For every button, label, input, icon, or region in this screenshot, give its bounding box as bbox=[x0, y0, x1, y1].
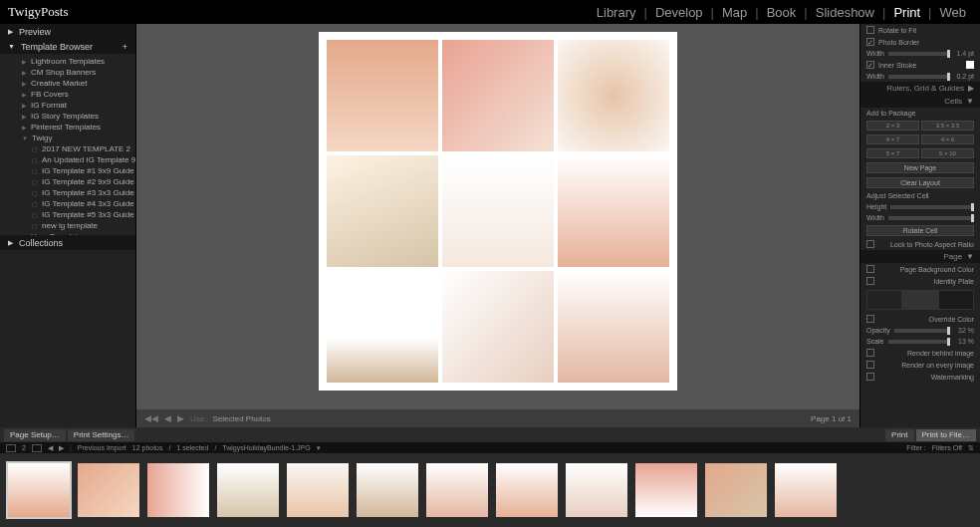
tab-map[interactable]: Map bbox=[716, 5, 753, 20]
lock-ratio-row[interactable]: Lock to Photo Aspect Ratio bbox=[860, 238, 980, 250]
checkbox-icon[interactable] bbox=[866, 315, 874, 323]
tree-ig-template-2[interactable]: ▢IG Template #2 9x9 Guide bbox=[0, 176, 135, 187]
tree-creative-market[interactable]: ▶Creative Market bbox=[0, 78, 135, 89]
tree-new-ig-template[interactable]: ▢new ig template bbox=[0, 220, 135, 231]
layout-cell[interactable] bbox=[327, 40, 438, 151]
checkbox-icon[interactable] bbox=[866, 240, 874, 248]
inner-stroke-row[interactable]: ✓Inner Stroke bbox=[860, 59, 980, 71]
stroke-color-swatch[interactable] bbox=[966, 61, 974, 69]
layout-cell[interactable] bbox=[558, 155, 669, 267]
page-setup-button[interactable]: Page Setup… bbox=[4, 429, 66, 441]
tree-ig-story[interactable]: ▶IG Story Templates bbox=[0, 111, 135, 122]
thumbnail[interactable] bbox=[426, 463, 488, 517]
border-width-slider[interactable] bbox=[888, 52, 950, 56]
new-page-button[interactable]: New Page bbox=[866, 162, 974, 173]
next-page-icon[interactable]: ▶ bbox=[177, 413, 184, 423]
height-slider[interactable] bbox=[890, 205, 974, 209]
page-section-header[interactable]: Page▼ bbox=[860, 250, 980, 263]
scale-slider[interactable] bbox=[888, 340, 950, 344]
tree-ig-template-4[interactable]: ▢IG Template #4 3x3 Guide bbox=[0, 198, 135, 209]
tree-fb-covers[interactable]: ▶FB Covers bbox=[0, 89, 135, 100]
size-button[interactable]: 3.5 × 3.5 bbox=[921, 121, 974, 131]
size-button[interactable]: 4 × 6 bbox=[921, 134, 974, 144]
size-button[interactable]: 5 × 10 bbox=[921, 148, 974, 158]
page-bg-row[interactable]: Page Background Color bbox=[860, 263, 980, 275]
checkbox-icon[interactable] bbox=[866, 277, 874, 285]
thumbnail[interactable] bbox=[217, 463, 279, 517]
layout-cell[interactable] bbox=[442, 40, 554, 151]
border-width-value[interactable]: 1.4 pt bbox=[954, 50, 974, 57]
filters-status[interactable]: Filters Off bbox=[932, 444, 962, 451]
thumbnail[interactable] bbox=[566, 463, 627, 517]
tree-2017-template[interactable]: ▢2017 NEW TEMPLATE 2 bbox=[0, 143, 135, 154]
override-color-row[interactable]: Override Color bbox=[860, 313, 980, 325]
thumbnail[interactable] bbox=[287, 463, 349, 517]
tree-ig-template-5[interactable]: ▢IG Template #5 3x3 Guide bbox=[0, 209, 135, 220]
print-to-file-button[interactable]: Print to File… bbox=[916, 429, 976, 441]
preview-panel-header[interactable]: ▶ Preview bbox=[0, 24, 135, 39]
tab-web[interactable]: Web bbox=[934, 5, 973, 20]
tree-ig-template-1[interactable]: ▢IG Template #1 9x9 Guide bbox=[0, 165, 135, 176]
canvas-area[interactable] bbox=[136, 24, 859, 409]
identity-plate-row[interactable]: Identity Plate bbox=[860, 275, 980, 287]
tree-lightroom-templates[interactable]: ▶Lightroom Templates bbox=[0, 56, 135, 67]
tree-ig-format[interactable]: ▶IG Format bbox=[0, 100, 135, 111]
filmstrip[interactable] bbox=[0, 453, 980, 527]
source-label[interactable]: Previous Import bbox=[78, 444, 126, 451]
rotate-cell-button[interactable]: Rotate Cell bbox=[866, 225, 974, 236]
view-mode-icon[interactable] bbox=[6, 444, 16, 452]
dropdown-icon[interactable]: ▾ bbox=[317, 444, 321, 452]
forward-icon[interactable]: ▶ bbox=[59, 444, 64, 452]
clear-layout-button[interactable]: Clear Layout bbox=[866, 177, 974, 188]
checkbox-icon[interactable] bbox=[866, 26, 874, 34]
back-icon[interactable]: ◀ bbox=[48, 444, 53, 452]
filter-lock-icon[interactable]: ⇅ bbox=[968, 444, 974, 452]
opacity-value[interactable]: 32 % bbox=[954, 327, 974, 334]
grid-view-icon[interactable] bbox=[32, 444, 42, 452]
thumbnail[interactable] bbox=[775, 463, 837, 517]
thumbnail[interactable] bbox=[496, 463, 558, 517]
size-button[interactable]: 2 × 3 bbox=[866, 121, 919, 131]
checkbox-icon[interactable] bbox=[866, 373, 874, 381]
print-settings-button[interactable]: Print Settings… bbox=[68, 429, 135, 441]
width-slider[interactable] bbox=[888, 216, 974, 220]
layout-cell[interactable] bbox=[327, 271, 438, 383]
layout-cell[interactable] bbox=[442, 155, 554, 267]
use-value[interactable]: Selected Photos bbox=[212, 414, 270, 423]
tab-slideshow[interactable]: Slideshow bbox=[810, 5, 880, 20]
size-button[interactable]: 4 × 7 bbox=[866, 134, 919, 144]
checkbox-icon[interactable] bbox=[866, 265, 874, 273]
prev-page-icon[interactable]: ◀ bbox=[164, 413, 171, 423]
layout-cell[interactable] bbox=[558, 271, 669, 383]
collections-header[interactable]: ▶ Collections bbox=[0, 235, 135, 250]
watermarking-row[interactable]: Watermarking bbox=[860, 371, 980, 383]
secondary-display-icon[interactable]: 2 bbox=[22, 444, 26, 451]
render-every-row[interactable]: Render on every image bbox=[860, 359, 980, 371]
rotate-to-fit-row[interactable]: Rotate to Fit bbox=[860, 24, 980, 36]
stroke-width-slider[interactable] bbox=[888, 75, 950, 79]
stroke-width-value[interactable]: 0.2 pt bbox=[954, 73, 974, 80]
tree-ig-template-3[interactable]: ▢IG Template #3 3x3 Guide bbox=[0, 187, 135, 198]
thumbnail[interactable] bbox=[357, 463, 418, 517]
add-template-icon[interactable]: + bbox=[122, 42, 127, 52]
thumbnail[interactable] bbox=[78, 463, 139, 517]
tree-twigy[interactable]: ▼Twigy bbox=[0, 132, 135, 143]
tree-pinterest[interactable]: ▶Pinterest Templates bbox=[0, 122, 135, 132]
tab-library[interactable]: Library bbox=[591, 5, 642, 20]
tab-book[interactable]: Book bbox=[761, 5, 803, 20]
layout-cell[interactable] bbox=[442, 271, 554, 383]
render-behind-row[interactable]: Render behind image bbox=[860, 347, 980, 359]
photo-border-row[interactable]: ✓Photo Border bbox=[860, 36, 980, 48]
layout-cell[interactable] bbox=[327, 155, 438, 267]
thumbnail[interactable] bbox=[147, 463, 209, 517]
scale-value[interactable]: 13 % bbox=[954, 338, 974, 345]
opacity-slider[interactable] bbox=[894, 329, 950, 333]
template-browser-header[interactable]: ▼ Template Browser + bbox=[0, 39, 135, 54]
layout-cell[interactable] bbox=[558, 40, 669, 151]
rulers-header[interactable]: Rulers, Grid & Guides▶ bbox=[860, 82, 980, 95]
thumbnail[interactable] bbox=[705, 463, 767, 517]
checkbox-icon[interactable] bbox=[866, 349, 874, 357]
cells-header[interactable]: Cells▼ bbox=[860, 95, 980, 108]
thumbnail[interactable] bbox=[635, 463, 697, 517]
tree-updated-template[interactable]: ▢An Updated IG Template 9… bbox=[0, 154, 135, 165]
